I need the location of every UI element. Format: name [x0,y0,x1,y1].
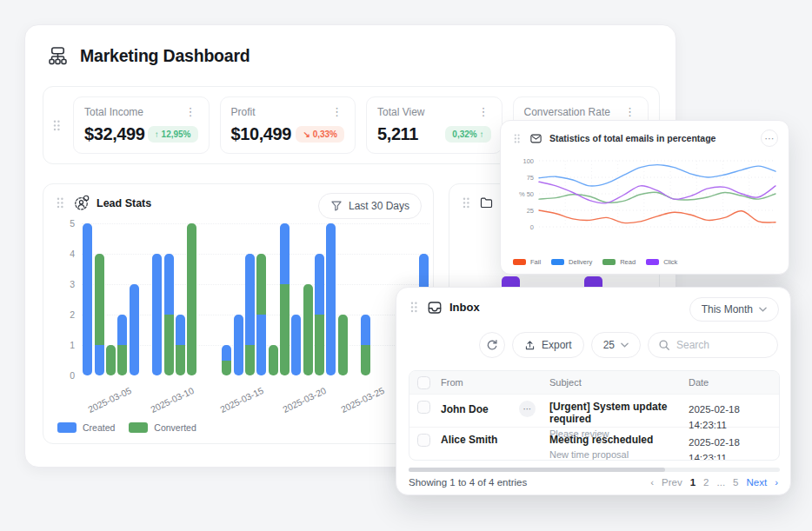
bar-segment-converted [315,315,324,375]
line-fail [539,210,775,223]
page-size-value: 25 [603,339,615,351]
drag-handle-icon[interactable] [511,131,522,146]
kebab-menu-icon[interactable]: ⋮ [622,106,637,117]
sender-name: Alice Smith [441,434,497,446]
bar-segment-created [280,223,290,284]
bar-segment-created [234,315,243,375]
export-button[interactable]: Export [512,332,584,358]
inbox-title: Inbox [449,301,480,314]
month-filter-dropdown[interactable]: This Month [689,297,779,322]
select-all-checkbox[interactable] [417,376,430,389]
bar-segment-converted [117,345,127,375]
drag-handle-icon[interactable] [460,195,472,211]
next-chevron-icon[interactable]: › [775,477,778,488]
legend-swatch [551,259,564,265]
bar-segment-created [315,254,324,315]
search-icon [658,339,670,351]
inbox-toolbar: Export 25 [409,332,778,358]
table-header-row: From Subject Date [409,371,779,394]
legend-item-delivery: Delivery [551,258,592,266]
legend-item-read: Read [602,258,636,266]
pagination: ‹Prev12...5Next› [650,477,778,488]
kebab-menu-icon[interactable]: ⋮ [329,106,344,117]
legend-item-converted: Converted [129,422,196,433]
page-button-1[interactable]: 1 [690,477,696,488]
drag-handle-icon[interactable] [54,195,66,211]
row-checkbox[interactable] [417,434,430,447]
bar-segment-created [245,254,255,345]
legend-label: Created [83,422,115,433]
x-tick-label: 2025-03-15 [212,382,271,417]
legend-label: Click [663,258,677,266]
bar-segment-created [95,345,104,375]
lead-stats-title: Lead Stats [97,197,151,209]
bar-segment-created [130,284,139,375]
row-menu-icon[interactable]: ⋯ [519,401,536,417]
page-button-2[interactable]: 2 [703,477,709,488]
horizontal-scrollbar [409,468,780,472]
legend-label: Fail [530,258,541,266]
line-delivery [539,165,775,186]
email-preview: New time proposal [549,449,689,460]
stat-label: Profit [231,106,256,118]
bar-segment-converted [256,254,266,315]
bar-segment-created [152,254,162,375]
refresh-button[interactable] [479,332,505,358]
drag-handle-icon[interactable] [50,117,63,134]
gridline [82,223,429,224]
row-checkbox[interactable] [417,401,430,414]
legend-swatch [602,259,616,265]
bar-segment-converted [245,345,255,375]
y-tick-label: 1 [70,340,75,350]
x-tick-label: 2025-03-20 [275,382,334,417]
stat-card-total-income: Total Income ⋮ $32,499 ↑ 12,95% [73,96,210,154]
next-button[interactable]: Next [747,477,768,488]
bar-segment-created [222,345,231,361]
email-chart-legend: FailDeliveryReadClick [513,258,677,266]
drag-handle-icon[interactable] [408,299,420,315]
stat-value: $10,499 [231,124,292,144]
bar-segment-converted [164,315,174,375]
envelope-icon [529,132,542,145]
bar-segment-created [326,223,336,375]
email-subject: Meeting rescheduled [549,434,689,446]
kebab-menu-icon[interactable]: ⋮ [183,106,198,117]
page-size-dropdown[interactable]: 25 [591,332,641,358]
export-icon [524,340,536,351]
lead-chart-x-axis: 2025-03-052025-03-102025-03-152025-03-20… [82,382,429,419]
prev-chevron-icon[interactable]: ‹ [650,477,654,488]
last-30-days-filter-button[interactable]: Last 30 Days [318,193,422,219]
stat-card-total-view: Total View ⋮ 5,211 0,32% ↑ [366,96,503,154]
inbox-icon [427,300,443,315]
prev-button[interactable]: Prev [662,477,682,488]
search-input[interactable] [676,339,768,351]
inbox-footer: Showing 1 to 4 of 4 entries ‹Prev12...5N… [409,477,778,488]
bar-segment-converted [95,254,104,345]
inbox-row[interactable]: John Doe⋯[Urgent] System update required… [409,394,779,427]
bar-segment-converted [176,345,185,375]
scrollbar-thumb[interactable] [409,468,665,472]
svg-text:25: 25 [527,207,534,215]
bar-segment-converted [361,345,370,375]
page-button-5[interactable]: 5 [733,477,738,488]
email-date: 2025-02-18 14:23:11 [689,437,740,461]
gridline [82,254,429,255]
column-header-from: From [441,377,549,388]
more-menu-icon[interactable]: ⋯ [761,129,778,147]
column-header-subject: Subject [549,377,689,388]
folder-icon [479,196,494,210]
dashboard-header: Marketing Dashboard [25,25,676,68]
page-title: Marketing Dashboard [80,46,250,66]
svg-text:75: 75 [527,174,534,182]
y-tick-label: 2 [70,309,75,320]
page-button-...[interactable]: ... [717,477,726,488]
x-tick-label: 2025-03-10 [143,382,202,417]
email-stats-title: Statistics of total emails in percentage [549,133,754,143]
kebab-menu-icon[interactable]: ⋮ [476,106,491,117]
search-box [648,332,778,358]
bar-segment-created [176,315,185,345]
chevron-down-icon [621,342,629,348]
stat-label: Total View [377,106,424,118]
bar-segment-created [291,315,301,375]
bar-segment-created [83,223,92,375]
